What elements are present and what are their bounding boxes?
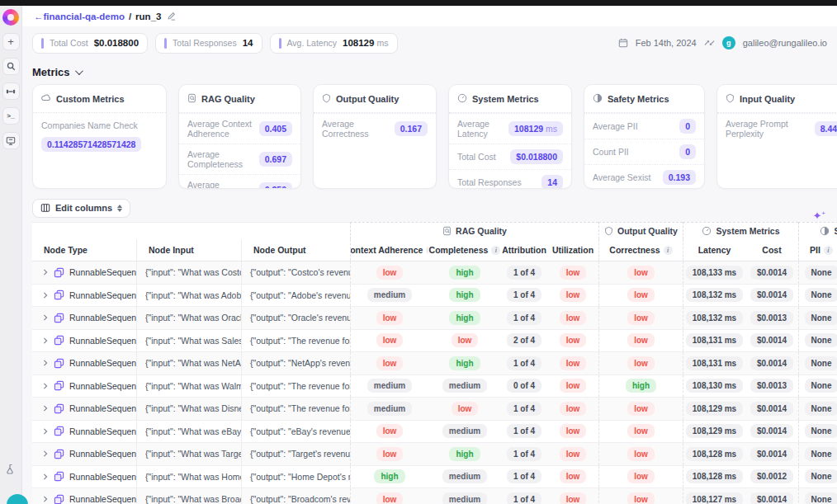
- galileo-logo-icon[interactable]: [2, 9, 19, 26]
- cell-node-type: RunnableSequence: [32, 330, 136, 352]
- column-header-pii[interactable]: PIIi: [798, 239, 837, 261]
- chevron-right-icon[interactable]: [42, 428, 49, 435]
- column-header-attribution[interactable]: Attribution: [501, 239, 547, 261]
- cell-latency: 108,133 ms: [683, 261, 745, 284]
- cell-node-type: RunnableSequence: [32, 488, 136, 504]
- value-pill: low: [627, 424, 655, 438]
- info-icon[interactable]: i: [824, 246, 833, 255]
- metric-value-badge: 0.167: [395, 121, 428, 136]
- metrics-section-toggle[interactable]: Metrics: [32, 59, 827, 84]
- column-header-label: PII: [810, 245, 820, 255]
- metric-card-header: System Metrics: [449, 85, 571, 113]
- node-input-text: {"input": "What was Oracle's re...: [137, 313, 241, 323]
- cell-correctness: low: [598, 398, 683, 420]
- chevron-right-icon[interactable]: [42, 383, 49, 389]
- column-header-node-input[interactable]: Node Input: [136, 239, 241, 261]
- column-header-cost[interactable]: Cost: [745, 239, 798, 261]
- table-row[interactable]: RunnableSequence{"input": "What was Orac…: [32, 307, 837, 330]
- value-pill: high: [449, 311, 480, 325]
- table-row[interactable]: RunnableSequence{"input": "What was Cost…: [32, 261, 837, 285]
- safety-metrics-icon: [593, 92, 603, 106]
- column-header-context-adherence[interactable]: Context Adherencei: [350, 239, 428, 261]
- compare-runs-button[interactable]: [2, 82, 20, 100]
- monitor-button[interactable]: [2, 132, 20, 149]
- breadcrumb-back-link[interactable]: ←financial-qa-demo: [34, 12, 125, 21]
- node-type-label: RunnableSequence: [69, 313, 136, 323]
- chevron-right-icon[interactable]: [42, 314, 49, 321]
- user-email[interactable]: galileo@rungalileo.io: [743, 38, 827, 48]
- cell-node-output: {"output": "Target's revenue in ...: [241, 443, 350, 465]
- chevron-right-icon[interactable]: [42, 269, 49, 276]
- chevron-right-icon[interactable]: [42, 473, 49, 480]
- cell-context-adherence: low: [350, 330, 428, 352]
- new-project-button[interactable]: +: [2, 33, 20, 50]
- info-icon[interactable]: i: [491, 246, 500, 255]
- user-avatar[interactable]: g: [722, 36, 735, 49]
- column-header-node-output[interactable]: Node Output: [241, 239, 350, 261]
- chevron-right-icon[interactable]: [42, 450, 49, 457]
- value-pill: medium: [442, 424, 487, 438]
- metric-label: Average Latency: [457, 119, 508, 139]
- column-header-label: Cost: [762, 245, 781, 255]
- metric-card-row: Average Sexist0.193: [584, 164, 704, 189]
- node-sequence-icon: [54, 335, 64, 346]
- run-date[interactable]: Feb 14th, 2024: [636, 38, 697, 48]
- table-row[interactable]: RunnableSequence{"input": "What was Adob…: [32, 285, 837, 308]
- cell-latency: 108,130 ms: [683, 375, 745, 398]
- table-row[interactable]: RunnableSequence{"input": "What was Broa…: [32, 488, 837, 504]
- column-header-node-type[interactable]: Node Type: [32, 239, 136, 261]
- node-input-text: {"input": "What was Walmart's r...: [137, 381, 241, 391]
- node-output-text: {"output": "Costco's revenue in ...: [242, 267, 350, 277]
- cell-utilization: low: [547, 261, 598, 284]
- dumbbell-icon: [6, 87, 16, 97]
- column-header-completeness[interactable]: Completenessi: [428, 239, 501, 261]
- table-column-header-row: Node TypeNode InputNode OutputContext Ad…: [32, 239, 837, 261]
- info-icon[interactable]: i: [664, 246, 673, 255]
- metric-card-row: Average Completeness0.697: [179, 144, 300, 174]
- chevron-right-icon[interactable]: [42, 496, 49, 502]
- search-button[interactable]: [2, 58, 20, 75]
- column-header-utilization[interactable]: Utilization: [547, 239, 598, 261]
- metric-card-custom-metrics: Custom MetricsCompanies Name Check0.1142…: [32, 84, 167, 189]
- column-header-correctness[interactable]: Correctnessi: [598, 239, 683, 261]
- edit-columns-button[interactable]: Edit columns: [32, 199, 130, 218]
- sparkles-add-metric-icon[interactable]: ✦+: [812, 210, 825, 222]
- table-row[interactable]: RunnableSequence{"input": "What was eBay…: [32, 421, 837, 444]
- value-pill: $0.0014: [750, 288, 793, 302]
- metric-card-row: Companies Name Check0.11428571428571428: [33, 113, 166, 157]
- console-button[interactable]: >_: [2, 107, 20, 125]
- cell-utilization: low: [547, 285, 598, 307]
- table-row[interactable]: RunnableSequence{"input": "What was Home…: [32, 466, 837, 489]
- cell-node-type: RunnableSequence: [32, 261, 136, 284]
- cell-node-type: RunnableSequence: [32, 285, 136, 307]
- chevron-right-icon[interactable]: [42, 292, 49, 299]
- flask-icon[interactable]: [6, 463, 16, 478]
- node-output-text: {"output": "Home Depot's reve...: [242, 472, 350, 482]
- metric-card-rag-quality: RAG QualityAverage Context Adherence0.40…: [178, 84, 301, 189]
- column-header-latency[interactable]: Latency: [683, 239, 745, 261]
- metric-value-badge: 0.250: [259, 182, 292, 189]
- cell-completeness: medium: [428, 466, 501, 488]
- chevron-right-icon[interactable]: [42, 405, 49, 412]
- chevron-right-icon[interactable]: [42, 337, 49, 344]
- node-type-label: RunnableSequence: [69, 290, 136, 300]
- table-row[interactable]: RunnableSequence{"input": "What was Walm…: [32, 375, 837, 398]
- chevron-right-icon[interactable]: [42, 360, 49, 366]
- table-row[interactable]: RunnableSequence{"input": "What was Targ…: [32, 443, 837, 466]
- compare-icon[interactable]: [704, 38, 715, 48]
- table-row[interactable]: RunnableSequence{"input": "What was NetA…: [32, 352, 837, 375]
- table-row[interactable]: RunnableSequence{"input": "What was Sale…: [32, 330, 837, 353]
- node-input-text: {"input": "What was Salesforce'...: [137, 336, 241, 346]
- table-row[interactable]: RunnableSequence{"input": "What was Disn…: [32, 398, 837, 421]
- rag-quality-icon: [442, 226, 452, 236]
- value-pill: $0.0013: [750, 379, 793, 393]
- metric-card-row: Average Attribution0.250: [179, 174, 300, 189]
- metric-card-header: Output Quality: [314, 85, 436, 113]
- cell-node-type: RunnableSequence: [32, 443, 136, 465]
- node-type-label: RunnableSequence: [69, 267, 136, 277]
- edit-run-name-icon[interactable]: [167, 12, 176, 21]
- cell-cost: $0.0014: [745, 421, 798, 443]
- value-pill: 1 of 4: [507, 469, 541, 483]
- node-output-text: {"output": "NetApp's revenue in...: [242, 358, 350, 368]
- cell-pii: None: [798, 488, 837, 504]
